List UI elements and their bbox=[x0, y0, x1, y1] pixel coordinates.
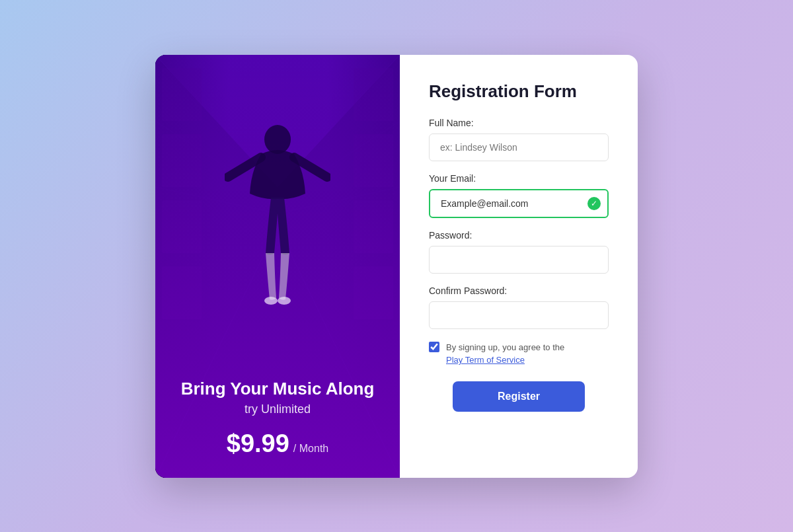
right-panel: Registration Form Full Name: Your Email:… bbox=[400, 55, 638, 478]
full-name-group: Full Name: bbox=[429, 118, 609, 161]
tagline-main: Bring Your Music Along bbox=[171, 379, 384, 399]
left-panel-content: Bring Your Music Along try Unlimited $9.… bbox=[155, 359, 400, 477]
svg-point-18 bbox=[264, 125, 291, 154]
tagline-sub: try Unlimited bbox=[171, 402, 384, 416]
email-valid-icon: ✓ bbox=[587, 197, 601, 210]
person-silhouette bbox=[225, 121, 330, 309]
form-title: Registration Form bbox=[429, 81, 609, 102]
confirm-password-group: Confirm Password: bbox=[429, 285, 609, 329]
email-label: Your Email: bbox=[429, 173, 609, 184]
full-name-input[interactable] bbox=[429, 133, 609, 161]
person-svg bbox=[225, 121, 330, 306]
terms-section: By signing up, you agree to the Play Ter… bbox=[429, 341, 609, 366]
left-panel: Bring Your Music Along try Unlimited $9.… bbox=[155, 55, 400, 478]
confirm-password-input[interactable] bbox=[429, 301, 609, 329]
price-section: $9.99 / Month bbox=[171, 430, 384, 458]
password-label: Password: bbox=[429, 230, 609, 241]
email-input-wrapper: ✓ bbox=[429, 189, 609, 218]
price-period: / Month bbox=[293, 443, 328, 455]
password-input[interactable] bbox=[429, 246, 609, 274]
svg-point-19 bbox=[264, 297, 278, 305]
main-card: Bring Your Music Along try Unlimited $9.… bbox=[155, 55, 638, 478]
password-group: Password: bbox=[429, 230, 609, 274]
terms-checkbox[interactable] bbox=[429, 342, 439, 352]
svg-point-20 bbox=[278, 297, 291, 305]
email-group: Your Email: ✓ bbox=[429, 173, 609, 218]
price-amount: $9.99 bbox=[227, 430, 289, 458]
confirm-password-label: Confirm Password: bbox=[429, 285, 609, 296]
terms-link[interactable]: Play Term of Service bbox=[446, 355, 525, 365]
terms-text-wrapper: By signing up, you agree to the Play Ter… bbox=[446, 341, 564, 366]
email-input[interactable] bbox=[429, 189, 609, 218]
full-name-label: Full Name: bbox=[429, 118, 609, 128]
terms-text: By signing up, you agree to the bbox=[446, 342, 564, 352]
register-button[interactable]: Register bbox=[453, 381, 585, 412]
